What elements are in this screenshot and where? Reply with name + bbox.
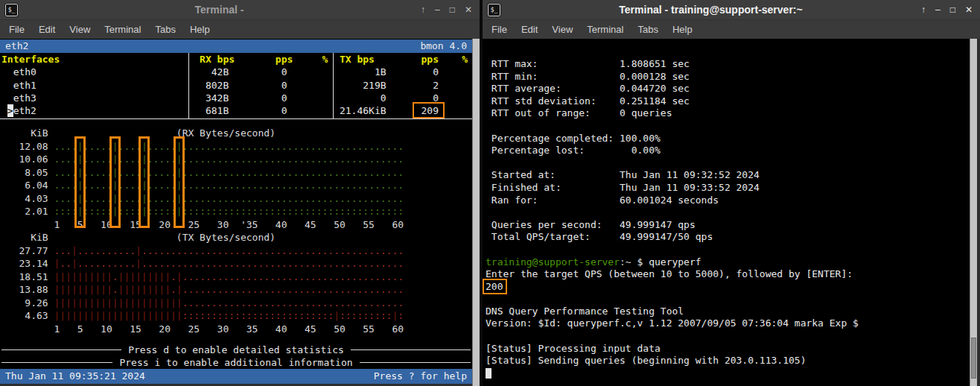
terminal-line [486, 206, 970, 219]
interface-row-eth3[interactable]: eth3342B000 [1, 92, 472, 104]
window-title: Terminal - [18, 4, 421, 16]
bmon-clock: Thu Jan 11 09:35:21 2024 [5, 369, 145, 384]
terminal-line: [Status] Sending queries (beginning with… [486, 355, 970, 367]
highlight-box-tx-pps-209 [413, 102, 445, 118]
close-button[interactable]: ✕ [465, 4, 472, 15]
interfaces-table: InterfacesRX bpspps%TX bpspps%eth042B01B… [1, 53, 472, 117]
menu-tabs[interactable]: Tabs [155, 24, 175, 35]
menu-help[interactable]: Help [190, 24, 210, 35]
scrollbar-thumb[interactable] [971, 338, 976, 379]
maximize-button[interactable]: □ [450, 4, 455, 15]
table-separator [188, 53, 189, 118]
window-title: Terminal - training@support-server:~ [500, 4, 921, 16]
menubar: File Edit View Terminal Tabs Help [0, 19, 480, 39]
bmon-statusbar: Thu Jan 11 09:35:21 2024 Press ? for hel… [0, 369, 472, 384]
menu-file[interactable]: File [9, 24, 25, 35]
terminal-line [486, 293, 970, 306]
menu-help[interactable]: Help [672, 24, 693, 35]
terminal-line: training@support-server:~ $ queryperf [486, 256, 970, 269]
menu-view[interactable]: View [552, 24, 573, 35]
menu-terminal[interactable]: Terminal [587, 24, 623, 35]
terminal-line [486, 157, 970, 170]
bmon-selected-interface: eth2 [5, 39, 28, 53]
terminal-line: Version: $Id: queryperf.c,v 1.12 2007/09… [486, 317, 970, 330]
shade-button[interactable]: ↑ [421, 4, 425, 15]
maximize-button[interactable]: □ [950, 4, 955, 15]
menu-file[interactable]: File [491, 24, 507, 35]
terminal-line: Ran for: 60.001024 seconds [486, 194, 970, 207]
scrollbar[interactable] [472, 39, 480, 386]
bmon-version: bmon 4.0 [420, 39, 467, 53]
bmon-screen: eth2 bmon 4.0 InterfacesRX bpspps%TX bps… [0, 39, 472, 386]
minimize-button[interactable]: – [435, 4, 440, 15]
table-bottom-rule [0, 118, 472, 119]
terminal-line: [Status] Processing input data [486, 343, 970, 355]
minimize-button[interactable]: – [935, 4, 941, 15]
bmon-hint-additional: Press i to enable additional information [1, 356, 471, 369]
queryperf-output[interactable]: RTT max: 1.808651 sec RTT min: 0.000128 … [483, 39, 970, 386]
bmon-hint-detailed: Press d to enable detailed statistics [1, 344, 471, 356]
table-header: InterfacesRX bpspps%TX bpspps% [1, 53, 472, 66]
interface-row-eth1[interactable]: eth1802B0219B2 [1, 79, 472, 92]
terminal-line: RTT average: 0.044720 sec [486, 83, 970, 95]
bmon-topbar: eth2 bmon 4.0 [0, 39, 472, 53]
highlight-box-rx-spike-4 [174, 136, 185, 228]
menubar: File Edit View Terminal Tabs Help [483, 19, 980, 39]
menu-tabs[interactable]: Tabs [637, 24, 658, 35]
terminal-line: DNS Query Performance Testing Tool [486, 306, 970, 318]
terminal-line: Total QPS/target: 49.999147/50 qps [486, 231, 970, 244]
menu-edit[interactable]: Edit [521, 24, 538, 35]
terminal-line: RTT max: 1.808651 sec [486, 58, 970, 71]
rx-bytes-graph: KiB (RX Bytes/second) 12.08 ....|.....|.… [1, 127, 472, 231]
menu-view[interactable]: View [69, 24, 90, 35]
interface-row-eth0[interactable]: eth042B01B0 [1, 66, 472, 78]
terminal-line: Finished at: Thu Jan 11 09:33:52 2024 [486, 182, 970, 194]
highlight-box-rx-spike-1 [74, 136, 86, 228]
terminal-line: 200 [486, 281, 970, 294]
terminal-line: RTT out of range: 0 queries [486, 107, 970, 120]
terminal-line: Queries per second: 49.999147 qps [486, 219, 970, 232]
terminal-line [486, 120, 970, 133]
shade-button[interactable]: ↑ [921, 4, 926, 15]
text-cursor [486, 368, 491, 379]
terminal-line: Enter the target QPS (between 10 to 5000… [486, 268, 970, 281]
window-border [977, 39, 980, 386]
menu-terminal[interactable]: Terminal [104, 24, 141, 35]
titlebar[interactable]: $_ Terminal - ↑ – □ ✕ [0, 0, 480, 19]
highlight-box-rx-spike-2 [109, 136, 121, 228]
terminal-line: Started at: Thu Jan 11 09:32:52 2024 [486, 169, 970, 182]
close-button[interactable]: ✕ [965, 4, 973, 15]
terminal-line: Percentage lost: 0.00% [486, 145, 970, 157]
terminal-line: RTT std deviation: 0.251184 sec [486, 95, 970, 108]
terminal-app-icon: $_ [5, 4, 18, 16]
terminal-line [486, 244, 970, 256]
scrollbar[interactable] [970, 39, 977, 386]
terminal-app-icon: $_ [488, 4, 500, 16]
highlight-box-qps-200 [483, 279, 507, 294]
terminal-line [486, 367, 970, 380]
highlight-box-rx-spike-3 [139, 136, 150, 228]
interface-row-eth2[interactable]: >eth2681B021.46KiB209 [1, 104, 472, 117]
terminal-window-bmon: $_ Terminal - ↑ – □ ✕ File Edit View Ter… [0, 0, 480, 386]
titlebar[interactable]: $_ Terminal - training@support-server:~ … [483, 0, 980, 19]
menu-edit[interactable]: Edit [39, 24, 55, 35]
bmon-help-hint: Press ? for help [374, 369, 467, 384]
terminal-line: Percentage completed: 100.00% [486, 133, 970, 145]
tx-bytes-graph: KiB (TX Bytes/second) 27.77 ...|........… [1, 231, 472, 335]
terminal-window-queryperf: $_ Terminal - training@support-server:~ … [483, 0, 980, 386]
terminal-line [486, 330, 970, 343]
terminal-line: RTT min: 0.000128 sec [486, 71, 970, 83]
table-separator [333, 53, 334, 118]
